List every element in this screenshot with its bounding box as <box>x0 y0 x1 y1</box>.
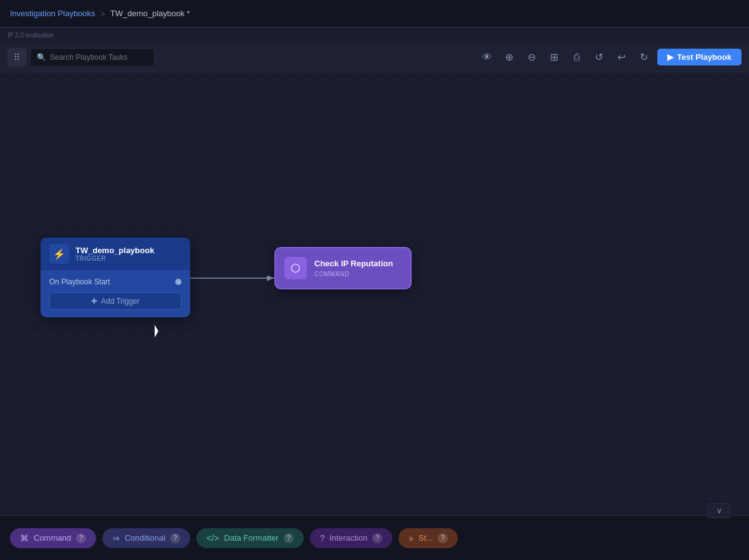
trigger-row: On Playbook Start <box>49 278 181 286</box>
panel-item-step[interactable]: » St... ? <box>399 528 458 548</box>
top-navigation: Investigation Playbooks > TW_demo_playbo… <box>0 0 749 27</box>
panel-toggle-button[interactable]: ∨ <box>708 503 730 518</box>
add-trigger-button[interactable]: ✚ Add Trigger <box>49 292 181 310</box>
playbook-canvas[interactable]: ⚡ TW_demo_playbook TRIGGER On Playbook S… <box>0 72 749 515</box>
plus-icon: ✚ <box>91 297 97 306</box>
panel-item-command[interactable]: ⌘ Command ? <box>10 528 96 548</box>
step-help-icon[interactable]: ? <box>438 533 448 543</box>
search-box[interactable]: 🔍 <box>30 48 155 67</box>
trigger-node-title: TW_demo_playbook <box>75 246 154 255</box>
search-input[interactable] <box>50 53 148 62</box>
trigger-node-title-group: TW_demo_playbook TRIGGER <box>75 246 154 262</box>
undo-button[interactable]: ↩ <box>612 48 631 67</box>
command-node[interactable]: ⬡ Check IP Reputation COMMAND <box>274 247 412 289</box>
interaction-help-icon[interactable]: ? <box>372 533 382 543</box>
print-button[interactable]: ⎙ <box>568 48 586 67</box>
dataformatter-panel-label: Data Formatter <box>224 533 278 543</box>
panel-item-conditional[interactable]: ⇒ Conditional ? <box>102 528 190 548</box>
breadcrumb-separator: > <box>100 9 105 19</box>
command-node-icon: ⬡ <box>284 257 307 279</box>
command-panel-icon: ⌘ <box>20 533 29 543</box>
trigger-output-dot[interactable] <box>175 279 181 285</box>
trigger-node-header: ⚡ TW_demo_playbook TRIGGER <box>41 238 190 270</box>
search-icon: 🔍 <box>37 53 46 62</box>
zoom-in-button[interactable]: ⊕ <box>500 48 519 67</box>
trigger-icon: ⚡ <box>49 244 69 264</box>
step-panel-icon: » <box>408 533 413 543</box>
breadcrumb-parent[interactable]: Investigation Playbooks <box>10 9 95 18</box>
trigger-node-body: On Playbook Start ✚ Add Trigger <box>41 270 190 317</box>
command-node-texts: Check IP Reputation COMMAND <box>314 259 393 278</box>
sub-breadcrumb-bar: IP 2.0 evaluation <box>0 27 749 42</box>
fit-view-button[interactable]: ⊞ <box>545 48 564 67</box>
trigger-node-subtitle: TRIGGER <box>75 255 154 262</box>
step-panel-label: St... <box>418 533 433 543</box>
command-node-subtitle: COMMAND <box>314 271 393 278</box>
command-help-icon[interactable]: ? <box>76 533 86 543</box>
redo-button[interactable]: ↻ <box>635 48 654 67</box>
dataformatter-help-icon[interactable]: ? <box>284 533 294 543</box>
sub-breadcrumb-text: IP 2.0 evaluation <box>7 32 54 39</box>
refresh-button[interactable]: ↺ <box>590 48 609 67</box>
command-node-inner: ⬡ Check IP Reputation COMMAND <box>276 248 410 288</box>
grid-menu-button[interactable]: ⠿ <box>7 48 26 67</box>
zoom-out-button[interactable]: ⊖ <box>523 48 541 67</box>
trigger-node[interactable]: ⚡ TW_demo_playbook TRIGGER On Playbook S… <box>41 238 190 317</box>
interaction-panel-icon: ? <box>320 533 325 543</box>
conditional-panel-label: Conditional <box>125 533 165 543</box>
bottom-panel: ∨ ⌘ Command ? ⇒ Conditional ? </> Data F… <box>0 515 749 560</box>
toolbar: ⠿ 🔍 👁 ⊕ ⊖ ⊞ ⎙ ↺ ↩ ↻ ▶ Test Playbook <box>0 42 749 72</box>
interaction-panel-label: Interaction <box>329 533 367 543</box>
test-playbook-button[interactable]: ▶ Test Playbook <box>657 49 742 65</box>
trigger-on-playbook-start-label: On Playbook Start <box>49 278 110 286</box>
panel-item-interaction[interactable]: ? Interaction ? <box>310 528 393 548</box>
breadcrumb-current: TW_demo_playbook * <box>110 9 190 18</box>
conditional-panel-icon: ⇒ <box>112 533 120 543</box>
chevron-down-icon: ∨ <box>717 506 722 515</box>
add-trigger-label: Add Trigger <box>101 297 140 306</box>
command-panel-label: Command <box>34 533 71 543</box>
panel-item-dataformatter[interactable]: </> Data Formatter ? <box>196 528 304 548</box>
play-icon: ▶ <box>667 52 674 62</box>
visibility-toggle-button[interactable]: 👁 <box>478 48 496 67</box>
command-node-title: Check IP Reputation <box>314 259 393 269</box>
cursor-indicator <box>155 325 162 337</box>
dataformatter-panel-icon: </> <box>206 533 219 543</box>
test-playbook-label: Test Playbook <box>677 52 732 62</box>
conditional-help-icon[interactable]: ? <box>170 533 180 543</box>
